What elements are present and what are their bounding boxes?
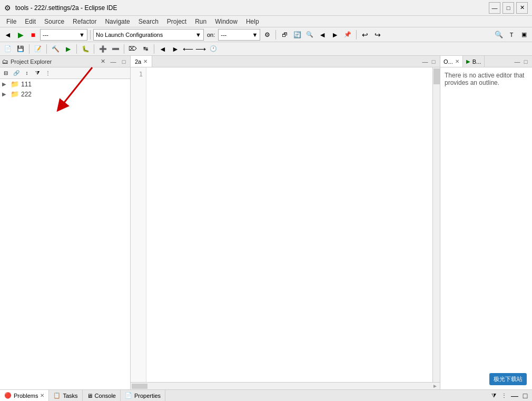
- console-tab[interactable]: 🖥 Console: [83, 390, 121, 401]
- back-button[interactable]: ◄: [2, 29, 14, 41]
- next-button[interactable]: ►: [329, 29, 341, 41]
- menu-run[interactable]: Run: [191, 17, 211, 26]
- link-btn[interactable]: 🔗: [12, 69, 21, 78]
- new-btn[interactable]: 📄: [2, 43, 14, 55]
- bookmarks-tab[interactable]: ▶ B...: [463, 56, 485, 67]
- menu-edit[interactable]: Edit: [21, 17, 40, 26]
- collapse-all-btn[interactable]: ⊟: [1, 69, 11, 78]
- tree-arrow-222: ▶: [2, 91, 8, 97]
- save-btn[interactable]: 💾: [15, 43, 26, 55]
- outline-tab-close[interactable]: ✕: [455, 58, 459, 64]
- menu-refactor[interactable]: Refactor: [68, 17, 101, 26]
- outline-maximize-btn[interactable]: □: [521, 57, 530, 66]
- new-window-button[interactable]: 🗗: [279, 29, 290, 41]
- tree-item-111[interactable]: ▶ 📁 111: [0, 79, 130, 89]
- next3-btn[interactable]: ⟶: [195, 43, 206, 55]
- filter-btn[interactable]: ⧩: [33, 69, 42, 78]
- app-icon: ⚙: [4, 4, 11, 12]
- settings-button[interactable]: ⚙: [261, 29, 273, 41]
- editor-scrollbar-v[interactable]: [432, 67, 440, 382]
- separator-1: [90, 30, 91, 40]
- search-icon-btn[interactable]: 🔍: [493, 29, 505, 41]
- line-numbers: 1: [131, 67, 146, 382]
- redo-button[interactable]: ↪: [372, 29, 383, 41]
- on-dropdown[interactable]: --- ▼: [218, 29, 260, 41]
- tree-item-222[interactable]: ▶ 📁 222: [0, 89, 130, 99]
- editor-tab-controls: — □: [152, 56, 440, 67]
- run-config-dropdown[interactable]: --- ▼: [40, 29, 87, 41]
- maximize-button[interactable]: □: [503, 2, 514, 14]
- run2-btn[interactable]: ▶: [62, 43, 74, 55]
- launch-config-dropdown[interactable]: No Launch Configurations ▼: [93, 29, 204, 41]
- console-tab-label: Console: [95, 393, 116, 399]
- bottom-more-btn[interactable]: ⋮: [499, 391, 509, 400]
- bottom-filter-btn[interactable]: ⧩: [489, 391, 498, 400]
- close-button[interactable]: ✕: [516, 2, 528, 14]
- debug-btn[interactable]: 🐛: [80, 43, 91, 55]
- main-toolbar: ◄ ▶ ■ --- ▼ No Launch Configurations ▼ o…: [0, 27, 532, 42]
- run-button[interactable]: ▶: [15, 29, 26, 41]
- bottom-minimize-btn[interactable]: —: [510, 391, 519, 400]
- sep-b: [46, 44, 47, 54]
- properties-tab[interactable]: 📄 Properties: [121, 390, 165, 401]
- build-btn[interactable]: 🔨: [50, 43, 61, 55]
- right-panel-controls: — □: [485, 56, 532, 67]
- minimize-button[interactable]: —: [489, 2, 500, 14]
- separator-2: [275, 30, 276, 40]
- editor-scrollbar-x[interactable]: ►: [131, 382, 440, 389]
- pin-button[interactable]: 📌: [342, 29, 353, 41]
- explorer-close-btn[interactable]: ✕: [98, 57, 107, 66]
- menu-search[interactable]: Search: [134, 17, 163, 26]
- explorer-maximize-btn[interactable]: □: [120, 57, 128, 66]
- project-explorer-title: Project Explorer: [11, 58, 96, 65]
- editor-tab-close[interactable]: ✕: [143, 58, 147, 64]
- new2-btn[interactable]: 📝: [32, 43, 44, 55]
- project-explorer-panel: 🗂 Project Explorer ✕ — □ ⊟ 🔗 ↕ ⧩ ⋮ ▶ 📁 1…: [0, 56, 131, 389]
- right-panel-tabs: O... ✕ ▶ B... — □: [440, 56, 532, 67]
- sync2-btn[interactable]: ↕: [22, 69, 32, 78]
- menu-window[interactable]: Window: [211, 17, 242, 26]
- editor-content: 1: [131, 67, 440, 382]
- undo-button[interactable]: ↩: [359, 29, 371, 41]
- scroll-right-arrow[interactable]: ►: [432, 383, 440, 389]
- sep-c: [76, 44, 77, 54]
- sync-button[interactable]: 🔄: [291, 29, 303, 41]
- prev-button[interactable]: ◄: [317, 29, 328, 41]
- indent-btn[interactable]: ↹: [140, 43, 151, 55]
- remove-btn[interactable]: ➖: [110, 43, 121, 55]
- menu-help[interactable]: Help: [242, 17, 263, 26]
- editor-panel: 2a ✕ — □ 1 ►: [131, 56, 440, 389]
- add-btn[interactable]: ➕: [97, 43, 109, 55]
- editor-tab-2a[interactable]: 2a ✕: [131, 56, 152, 67]
- prev3-btn[interactable]: ⟵: [182, 43, 194, 55]
- prev2-btn[interactable]: ◄: [157, 43, 169, 55]
- menu-navigate[interactable]: Navigate: [101, 17, 134, 26]
- sep-f: [154, 44, 154, 54]
- menu-file[interactable]: File: [2, 17, 21, 26]
- search-button[interactable]: 🔍: [304, 29, 316, 41]
- open-type-btn[interactable]: T: [506, 29, 517, 41]
- menu-source[interactable]: Source: [40, 17, 68, 26]
- history-btn[interactable]: 🕐: [208, 43, 219, 55]
- line-number-1: 1: [131, 70, 146, 79]
- views-btn[interactable]: ▣: [518, 29, 530, 41]
- bottom-area: 🔴 Problems ✕ 📋 Tasks 🖥 Console 📄 Propert…: [0, 389, 532, 401]
- bookmarks-tab-icon: ▶: [466, 58, 470, 64]
- bottom-maximize-btn[interactable]: □: [520, 391, 530, 400]
- more-btn[interactable]: ⋮: [43, 69, 53, 78]
- next2-btn[interactable]: ►: [170, 43, 181, 55]
- editor-minimize-btn[interactable]: —: [421, 57, 429, 66]
- editor-maximize-btn[interactable]: □: [429, 57, 438, 66]
- stop-button[interactable]: ■: [27, 29, 39, 41]
- problems-tab-close[interactable]: ✕: [40, 393, 44, 398]
- explorer-minimize-btn[interactable]: —: [109, 57, 117, 66]
- bottom-toolbar: ⧩ ⋮ — □: [489, 390, 532, 401]
- code-area[interactable]: [146, 67, 440, 382]
- tasks-icon: 📋: [53, 392, 61, 399]
- menu-project[interactable]: Project: [163, 17, 191, 26]
- outline-minimize-btn[interactable]: —: [513, 57, 521, 66]
- tasks-tab[interactable]: 📋 Tasks: [49, 390, 82, 401]
- format-btn[interactable]: ⌦: [127, 43, 139, 55]
- problems-tab[interactable]: 🔴 Problems ✕: [0, 390, 49, 401]
- outline-tab[interactable]: O... ✕: [440, 56, 463, 67]
